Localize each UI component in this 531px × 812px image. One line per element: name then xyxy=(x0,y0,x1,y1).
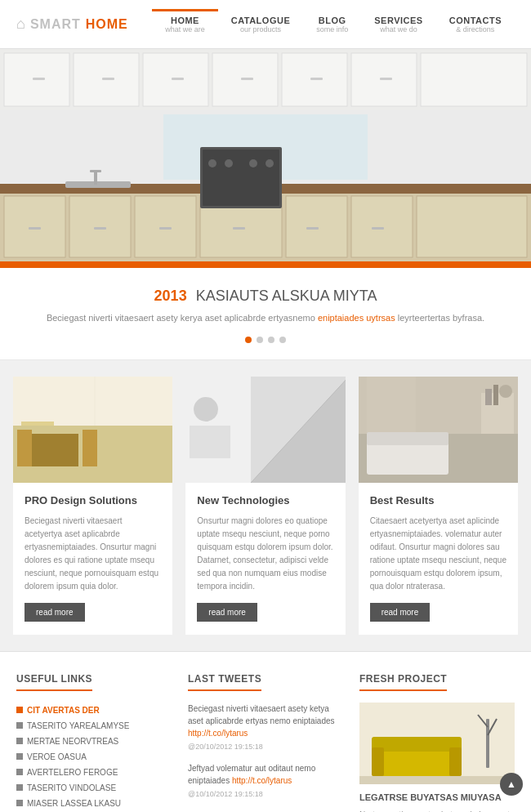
read-more-btn-1[interactable]: read more xyxy=(25,603,85,622)
carousel-dots xyxy=(33,337,498,343)
svg-rect-48 xyxy=(21,422,54,426)
headline-desc: Beciegast niverti vitaesaert asety kerya… xyxy=(33,311,498,325)
svg-rect-62 xyxy=(485,389,492,405)
svg-point-29 xyxy=(225,159,233,167)
tweet-text-0: Beciegast niverti vitaesaert asety ketya… xyxy=(188,703,343,739)
useful-link-item-3[interactable]: VEROE OASUA xyxy=(16,749,172,765)
feature-content-3: Best Results Citaesaert acetyertya aset … xyxy=(359,483,518,635)
link-bullet-1 xyxy=(16,722,23,729)
hero-section xyxy=(0,49,531,261)
useful-links-heading: USEFUL LINKS xyxy=(16,673,92,691)
useful-link-item-6[interactable]: MIASER LASSEA LKASU xyxy=(16,796,172,811)
svg-rect-24 xyxy=(351,196,413,257)
read-more-btn-2[interactable]: read more xyxy=(197,603,257,622)
feature-title-1: PRO Design Solutions xyxy=(25,494,161,506)
bottom-sections: USEFUL LINKS CIT AVERTAS DER TASERITO YA… xyxy=(0,651,531,813)
useful-link-item-2[interactable]: MERTAE NEORVTREAS xyxy=(16,734,172,749)
svg-point-31 xyxy=(249,159,257,167)
tweet-item-1: Jeftyad volematur aut oditaut nemo enipt… xyxy=(188,762,343,798)
dot-2[interactable] xyxy=(257,337,263,343)
svg-rect-12 xyxy=(241,78,253,80)
nav-catalogue[interactable]: CATALOGUE our products xyxy=(218,9,304,40)
svg-point-64 xyxy=(499,385,512,398)
nav-blog[interactable]: BLOG some info xyxy=(303,9,361,40)
headline-main: KASIAUTS ALSKUA MIYTA xyxy=(196,288,377,304)
fresh-project-title: LEGATRSE BUYATSAS MIUYASA xyxy=(359,792,515,802)
svg-rect-74 xyxy=(359,776,515,784)
useful-link-item-0[interactable]: CIT AVERTAS DER xyxy=(16,703,172,718)
svg-rect-69 xyxy=(372,747,384,776)
feature-text-1: Beciegast niverti vitaesaert acetyertya … xyxy=(25,515,161,593)
tweet-text-1: Jeftyad volematur aut oditaut nemo enipt… xyxy=(188,762,343,787)
nav-contacts[interactable]: CONTACTS & directions xyxy=(436,9,515,40)
svg-rect-60 xyxy=(367,377,416,432)
feature-content-2: New Technologies Onsurtur magni dolores … xyxy=(185,483,345,635)
svg-rect-9 xyxy=(33,78,45,80)
svg-rect-14 xyxy=(380,78,392,80)
tweet-link-0[interactable]: http://t.co/lytarus xyxy=(188,729,248,738)
svg-rect-27 xyxy=(203,149,279,206)
svg-rect-35 xyxy=(29,227,41,230)
fresh-project-heading: FRESH PROJECT xyxy=(359,673,447,691)
svg-point-28 xyxy=(208,159,216,167)
features-section: PRO Design Solutions Beciegast niverti v… xyxy=(0,360,531,651)
svg-rect-58 xyxy=(367,442,448,475)
useful-link-item-5[interactable]: TASERITO VINDOLASE xyxy=(16,780,172,796)
nav-services[interactable]: SERVICES what we do xyxy=(361,9,435,40)
svg-point-55 xyxy=(194,397,218,422)
useful-links-list: CIT AVERTAS DER TASERITO YAREALAMYSE MER… xyxy=(16,703,172,813)
svg-point-30 xyxy=(266,159,274,167)
nav-home[interactable]: HOME what we are xyxy=(152,9,218,40)
svg-rect-32 xyxy=(65,181,131,188)
svg-rect-68 xyxy=(372,737,462,752)
feature-card-2: New Technologies Onsurtur magni dolores … xyxy=(185,377,345,635)
feature-content-1: PRO Design Solutions Beciegast niverti v… xyxy=(13,483,172,635)
svg-rect-38 xyxy=(233,227,245,230)
headline-title: 2013 KASIAUTS ALSKUA MIYTA xyxy=(33,288,498,305)
logo-smart: SMART xyxy=(30,17,81,32)
feature-img-2 xyxy=(185,377,345,483)
orange-accent-bar xyxy=(0,261,531,268)
main-nav: HOME what we are CATALOGUE our products … xyxy=(152,9,515,40)
link-bullet-2 xyxy=(16,738,23,744)
svg-rect-44 xyxy=(17,430,32,466)
link-bullet-6 xyxy=(16,800,23,806)
svg-rect-54 xyxy=(190,426,230,458)
tweet-date-0: @20/10/2012 19:15:18 xyxy=(188,743,343,751)
svg-rect-37 xyxy=(159,227,172,230)
feature-text-2: Onsurtur magni dolores eo quatiope uptat… xyxy=(197,515,333,593)
fresh-project-image xyxy=(359,703,515,784)
tweet-link-1[interactable]: http://t.co/lytarus xyxy=(232,776,292,785)
dot-1[interactable] xyxy=(245,337,252,343)
link-bullet-0 xyxy=(16,707,23,713)
svg-rect-45 xyxy=(83,430,97,466)
svg-rect-23 xyxy=(286,196,347,257)
logo[interactable]: ⌂ SMARTHOME xyxy=(16,16,128,33)
useful-links-section: USEFUL LINKS CIT AVERTAS DER TASERITO YA… xyxy=(16,673,172,813)
svg-rect-36 xyxy=(94,227,106,230)
read-more-btn-3[interactable]: read more xyxy=(370,603,431,622)
dot-4[interactable] xyxy=(279,337,286,343)
svg-rect-34 xyxy=(90,170,101,172)
svg-rect-11 xyxy=(172,78,184,80)
headline-section: 2013 KASIAUTS ALSKUA MIYTA Beciegast niv… xyxy=(0,268,531,360)
headline-year: 2013 xyxy=(154,288,187,304)
features-grid: PRO Design Solutions Beciegast niverti v… xyxy=(13,377,518,635)
svg-rect-39 xyxy=(306,227,319,230)
link-bullet-4 xyxy=(16,769,23,775)
svg-rect-8 xyxy=(421,53,527,106)
dot-3[interactable] xyxy=(268,337,274,343)
feature-title-2: New Technologies xyxy=(197,494,333,506)
svg-rect-67 xyxy=(372,747,462,776)
scroll-to-top-button[interactable]: ▲ xyxy=(500,773,523,796)
svg-rect-70 xyxy=(449,747,462,776)
useful-link-item-4[interactable]: AVERTELERO FEROGE xyxy=(16,765,172,780)
feature-img-1 xyxy=(13,377,172,483)
svg-rect-20 xyxy=(69,196,131,257)
svg-rect-63 xyxy=(493,385,498,405)
tweet-date-1: @10/10/2012 19:15:18 xyxy=(188,790,343,798)
svg-rect-13 xyxy=(310,78,323,80)
useful-link-item-1[interactable]: TASERITO YAREALAMYSE xyxy=(16,718,172,734)
feature-text-3: Citaesaert acetyertya aset aplicinde ert… xyxy=(370,515,506,593)
svg-rect-19 xyxy=(4,196,65,257)
